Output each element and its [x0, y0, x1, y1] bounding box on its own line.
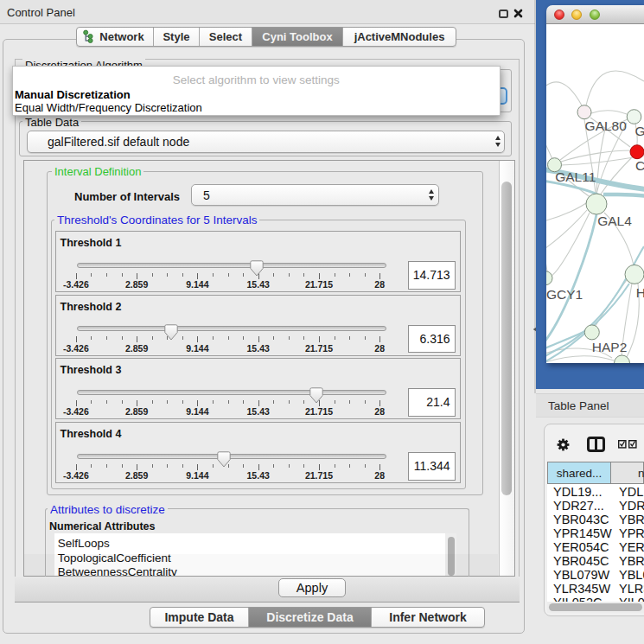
- svg-text:GAL11: GAL11: [555, 169, 596, 184]
- svg-text:HIS7: HIS7: [636, 285, 644, 300]
- svg-text:GAL1: GAL1: [634, 124, 644, 138]
- svg-text:GAL80: GAL80: [585, 118, 628, 133]
- svg-text:CDC1: CDC1: [635, 158, 644, 173]
- svg-text:HAP2: HAP2: [592, 340, 628, 354]
- svg-text:GCY1: GCY1: [546, 287, 583, 302]
- svg-text:GAL4: GAL4: [597, 214, 632, 228]
